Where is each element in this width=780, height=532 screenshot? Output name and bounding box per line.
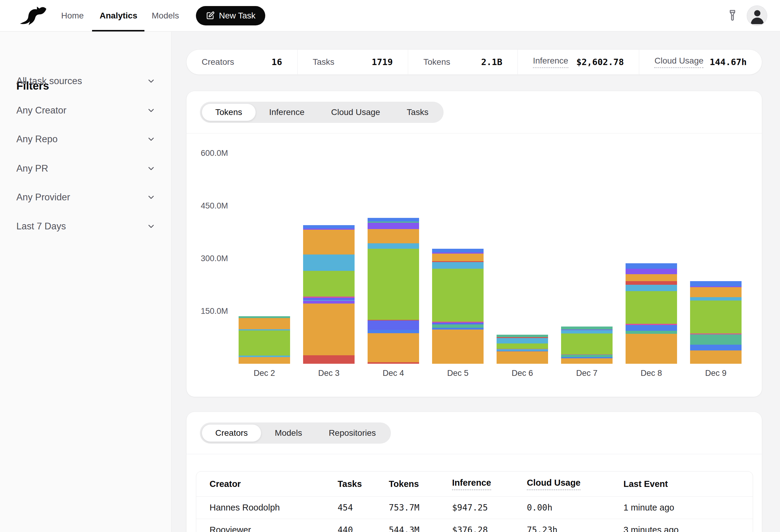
bar-segment-green <box>432 269 484 322</box>
stat-inference: Inference $2,602.78 <box>518 50 639 74</box>
stat-value: 16 <box>272 57 282 67</box>
bar-segment-orange <box>303 230 354 255</box>
edit-pencil-square-icon <box>206 11 215 20</box>
kangaroo-logo-icon[interactable] <box>19 6 47 25</box>
stacked-bar-dec-7[interactable] <box>561 326 613 364</box>
bar-segment-purple <box>303 301 354 303</box>
cell-creator: Rooviewer <box>209 525 338 532</box>
creators-table: Creator Tasks Tokens Inference Cloud Usa… <box>196 471 753 532</box>
user-avatar[interactable] <box>747 5 767 26</box>
chart-card: Tokens Inference Cloud Usage Tasks 150.0… <box>186 91 762 397</box>
bar-segment-skyblue <box>303 255 354 271</box>
bar-segment-orange <box>561 358 613 364</box>
stat-value: 1719 <box>372 57 393 67</box>
bar-segment-green <box>368 249 419 320</box>
col-tokens: Tokens <box>389 479 419 489</box>
flashlight-icon[interactable] <box>725 8 740 23</box>
tab-cloud-usage[interactable]: Cloud Usage <box>318 104 393 121</box>
stat-label: Creators <box>202 57 234 67</box>
cell-tasks: 454 <box>338 502 389 513</box>
bar-segment-orange <box>368 229 419 244</box>
bar-segment-teal <box>561 355 613 357</box>
bar-segment-blue <box>368 218 419 221</box>
bar-segment-green <box>561 333 613 354</box>
stacked-bar-dec-5[interactable] <box>432 249 484 364</box>
tab-repositories[interactable]: Repositories <box>315 424 389 442</box>
nav-home[interactable]: Home <box>61 0 84 32</box>
stat-label-inference[interactable]: Inference <box>533 56 568 68</box>
tab-models[interactable]: Models <box>261 424 315 442</box>
filter-label: Any Repo <box>16 134 57 145</box>
filter-repo[interactable]: Any Repo <box>16 131 156 147</box>
filter-date-range[interactable]: Last 7 Days <box>16 218 156 234</box>
stat-tokens: Tokens 2.1B <box>408 50 518 74</box>
bar-segment-red <box>303 355 354 364</box>
bar-segment-blue <box>690 345 741 351</box>
tab-tasks[interactable]: Tasks <box>393 104 442 121</box>
filter-provider[interactable]: Any Provider <box>16 190 156 205</box>
stacked-bar-dec-8[interactable] <box>626 263 677 364</box>
bar-segment-skyblue <box>497 338 548 343</box>
stat-value: 144.67h <box>710 57 747 67</box>
cell-inference: $376.28 <box>452 525 527 532</box>
bar-segment-teal <box>497 335 548 337</box>
stat-cloud-usage: Cloud Usage 144.67h <box>639 50 762 74</box>
bar-segment-indigo <box>303 298 354 300</box>
bar-segment-blue <box>432 249 484 252</box>
stacked-bar-dec-3[interactable] <box>303 225 354 364</box>
bar-segment-green <box>626 291 677 324</box>
nav-analytics[interactable]: Analytics <box>100 0 138 32</box>
new-task-button[interactable]: New Task <box>196 6 265 25</box>
bar-segment-orange <box>626 334 677 364</box>
table-row[interactable]: Hannes Roodolph 454 753.7M $947.25 0.00h… <box>196 496 753 519</box>
bar-segment-blue <box>626 325 677 331</box>
bar-segment-teal <box>690 334 741 345</box>
chevron-down-icon <box>147 193 156 202</box>
tab-creators[interactable]: Creators <box>202 424 261 442</box>
cell-last-event: 1 minute ago <box>624 502 753 513</box>
stacked-bar-dec-6[interactable] <box>497 335 548 364</box>
stat-label-cloud-usage[interactable]: Cloud Usage <box>654 56 703 68</box>
cell-tasks: 440 <box>338 525 389 532</box>
breakdown-card: Creators Models Repositories Creator Tas… <box>186 412 762 532</box>
bar-segment-orange <box>303 304 354 356</box>
col-cloud-usage[interactable]: Cloud Usage <box>527 478 580 490</box>
stat-label: Tokens <box>423 57 450 67</box>
nav-models[interactable]: Models <box>152 0 179 32</box>
topbar: Home Analytics Models New Task <box>0 0 780 32</box>
filter-label: Any Creator <box>16 105 66 116</box>
table-row[interactable]: Rooviewer 440 544.3M $376.28 75.23h 3 mi… <box>196 519 753 532</box>
tab-inference[interactable]: Inference <box>256 104 318 121</box>
chevron-down-icon <box>147 76 156 86</box>
filter-pr[interactable]: Any PR <box>16 161 156 176</box>
col-inference[interactable]: Inference <box>452 478 491 490</box>
bar-segment-orange <box>690 287 741 297</box>
bar-segment-green <box>690 301 741 333</box>
stacked-bar-dec-4[interactable] <box>368 218 419 364</box>
bar-segment-skyblue <box>626 285 677 291</box>
table-header-row: Creator Tasks Tokens Inference Cloud Usa… <box>196 472 753 496</box>
filter-task-sources[interactable]: All task sources <box>16 73 156 89</box>
cell-inference: $947.25 <box>452 502 527 513</box>
bar-segment-skyblue <box>561 330 613 333</box>
cell-cloud-usage: 75.23h <box>527 525 624 532</box>
tab-tokens[interactable]: Tokens <box>202 104 256 121</box>
stacked-bar-dec-9[interactable] <box>690 281 741 364</box>
chart-plot: 150.0M300.0M450.0M600.0MDec 2Dec 3Dec 4D… <box>187 134 763 397</box>
x-axis-label: Dec 5 <box>432 369 484 378</box>
active-nav-underline <box>92 30 144 32</box>
bar-segment-blue <box>690 281 741 286</box>
bar-segment-blue <box>368 330 419 333</box>
x-axis-label: Dec 3 <box>303 369 354 378</box>
stat-creators: Creators 16 <box>187 50 297 74</box>
cell-cloud-usage: 0.00h <box>527 502 624 513</box>
x-axis-label: Dec 6 <box>497 369 548 378</box>
breakdown-tabs: Creators Models Repositories <box>200 422 391 444</box>
cell-tokens: 544.3M <box>389 525 452 532</box>
filter-label: Any Provider <box>16 192 70 203</box>
x-axis-label: Dec 7 <box>561 369 613 378</box>
chevron-down-icon <box>147 222 156 231</box>
bar-segment-skyblue <box>432 262 484 269</box>
stacked-bar-dec-2[interactable] <box>239 316 290 364</box>
filter-creator[interactable]: Any Creator <box>16 103 156 118</box>
